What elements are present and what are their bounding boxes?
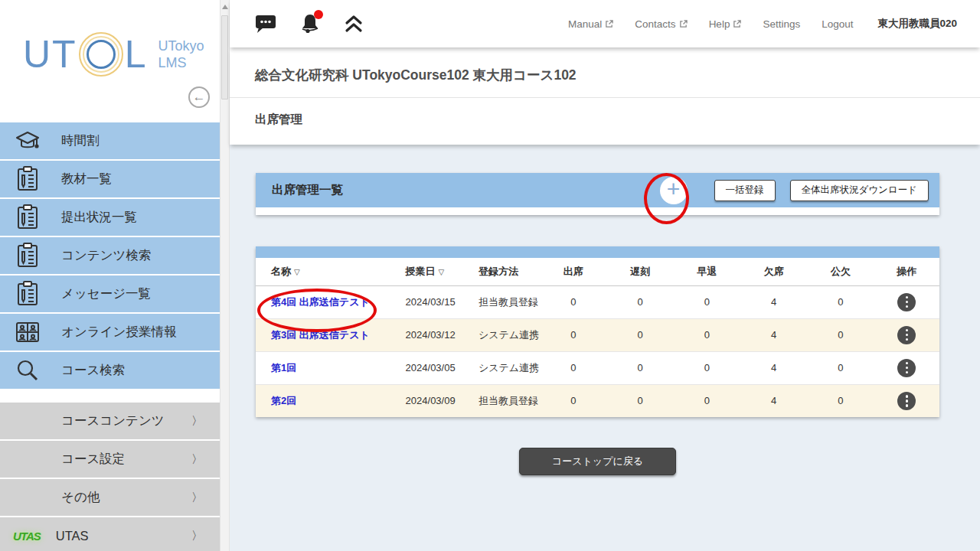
page-header: 総合文化研究科 UTokyoCourse102 東大用コース102 出席管理	[230, 47, 980, 145]
logo-o-ring-icon	[79, 32, 123, 77]
sort-descending-icon[interactable]: ▽	[294, 268, 300, 276]
logo-subtitle-line1: UTokyo	[158, 37, 204, 55]
chevron-right-icon: 〉	[191, 491, 203, 505]
download-all-attendance-button[interactable]: 全体出席状況ダウンロード	[790, 180, 929, 201]
logo-text-left: UT	[23, 32, 77, 77]
logo-subtitle: UTokyo LMS	[158, 37, 204, 72]
sidebar-item-timetable[interactable]: 時間割	[0, 122, 220, 159]
column-header-absent: 欠席	[740, 258, 807, 285]
attendance-record-link[interactable]: 第2回	[271, 395, 296, 406]
class-date: 2024/03/15	[394, 285, 467, 318]
app-window: UT L UTokyo LMS ← 時間割 教材一覧	[0, 0, 980, 551]
utol-logo: UT L UTokyo LMS	[23, 32, 204, 77]
bulk-register-button[interactable]: 一括登録	[714, 180, 776, 201]
excused-count: 0	[807, 318, 874, 351]
table-header-row: 名称▽ 授業日▽ 登録方法 出席 遅刻 早退 欠席 公欠 操作	[256, 258, 939, 285]
panel-title: 出席管理一覧	[272, 182, 343, 198]
external-link-icon	[733, 20, 741, 28]
sidebar-collapse-button[interactable]: ←	[188, 86, 210, 108]
nav-settings-link[interactable]: Settings	[763, 18, 800, 30]
top-bar: Manual Contacts Help Settings Logout 東	[230, 0, 980, 47]
notifications-bell-icon[interactable]	[299, 13, 321, 34]
sidebar-item-submissions[interactable]: 提出状況一覧	[0, 199, 220, 236]
attendance-record-link[interactable]: 第4回 出席送信テスト	[271, 296, 370, 308]
sidebar-item-label: 提出状況一覧	[61, 209, 137, 226]
course-title: 総合文化研究科 UTokyoCourse102 東大用コース102	[230, 47, 980, 98]
excused-count: 0	[807, 351, 874, 384]
row-actions-kebab-button[interactable]	[897, 326, 916, 344]
column-header-late: 遅刻	[607, 258, 674, 285]
present-count: 0	[540, 318, 606, 351]
attendance-record-link[interactable]: 第1回	[271, 362, 296, 373]
sidebar-group-others[interactable]: その他 〉	[0, 479, 220, 516]
sidebar-item-course-search[interactable]: コース検索	[0, 352, 220, 389]
logo-area: UT L UTokyo LMS ←	[0, 0, 220, 122]
early-leave-count: 0	[674, 285, 740, 318]
sidebar-group-label: コースコンテンツ	[61, 412, 165, 429]
early-leave-count: 0	[674, 351, 740, 384]
sidebar: UT L UTokyo LMS ← 時間割 教材一覧	[0, 0, 220, 551]
nav-label: Help	[709, 18, 730, 30]
sidebar-group-utas[interactable]: UTAS UTAS 〉	[0, 517, 220, 551]
register-method: システム連携	[467, 318, 540, 351]
back-to-course-top-button[interactable]: コーストップに戻る	[519, 448, 676, 475]
nav-help-link[interactable]: Help	[709, 18, 742, 30]
sidebar-group-label: UTAS	[56, 529, 89, 543]
table-row: 第4回 出席送信テスト 2024/03/15 担当教員登録 0 0 0 4 0	[256, 285, 939, 318]
attendance-table: 名称▽ 授業日▽ 登録方法 出席 遅刻 早退 欠席 公欠 操作	[256, 258, 939, 417]
nav-logout-link[interactable]: Logout	[822, 18, 853, 30]
absent-count: 4	[740, 384, 807, 417]
add-attendance-button[interactable]: +	[660, 177, 688, 204]
column-header-name[interactable]: 名称▽	[256, 258, 394, 285]
table-top-bar	[256, 246, 939, 258]
user-name: 東大用教職員020	[877, 17, 957, 31]
sidebar-group-course-contents[interactable]: コースコンテンツ 〉	[0, 403, 220, 439]
table-row: 第2回 2024/03/09 担当教員登録 0 0 0 4 0	[256, 384, 939, 417]
scrollbar-up-arrow-icon[interactable]	[222, 5, 228, 9]
register-method: 担当教員登録	[467, 384, 540, 417]
row-actions-kebab-button[interactable]	[897, 359, 916, 377]
nav-label: Logout	[822, 18, 853, 30]
column-header-method: 登録方法	[467, 258, 540, 285]
present-count: 0	[540, 351, 606, 384]
sidebar-item-label: コース検索	[61, 362, 125, 379]
early-leave-count: 0	[674, 318, 740, 351]
double-chevron-up-icon[interactable]	[344, 15, 364, 33]
sidebar-item-materials[interactable]: 教材一覧	[0, 161, 220, 197]
column-header-excused: 公欠	[807, 258, 874, 285]
register-method: システム連携	[467, 351, 540, 384]
attendance-panel-bar: 出席管理一覧 + 一括登録 全体出席状況ダウンロード	[256, 173, 939, 207]
nav-label: Settings	[763, 18, 800, 30]
absent-count: 4	[740, 285, 807, 318]
scrollbar-thumb[interactable]	[221, 15, 228, 99]
notification-badge-dot	[314, 10, 323, 19]
row-actions-kebab-button[interactable]	[897, 293, 916, 311]
row-actions-kebab-button[interactable]	[897, 392, 916, 410]
sidebar-group-course-settings[interactable]: コース設定 〉	[0, 441, 220, 478]
excused-count: 0	[807, 285, 874, 318]
clipboard-icon	[13, 279, 42, 308]
sidebar-item-label: オンライン授業情報	[61, 324, 176, 341]
back-arrow-icon: ←	[193, 90, 206, 105]
attendance-record-link[interactable]: 第3回 出席送信テスト	[271, 329, 370, 341]
sort-descending-icon[interactable]: ▽	[439, 268, 445, 276]
sidebar-item-label: コンテンツ検索	[61, 247, 151, 264]
nav-manual-link[interactable]: Manual	[568, 18, 613, 30]
class-date: 2024/03/09	[394, 384, 467, 417]
column-header-date[interactable]: 授業日▽	[394, 258, 467, 285]
messages-icon[interactable]	[255, 14, 276, 34]
nav-label: Contacts	[635, 18, 675, 30]
graduation-cap-icon	[13, 126, 42, 155]
nav-contacts-link[interactable]: Contacts	[635, 18, 687, 30]
early-leave-count: 0	[674, 384, 740, 417]
sidebar-item-content-search[interactable]: コンテンツ検索	[0, 237, 220, 274]
sidebar-item-online-class[interactable]: オンライン授業情報	[0, 314, 220, 350]
late-count: 0	[607, 384, 674, 417]
sidebar-scrollbar[interactable]	[220, 0, 230, 551]
clipboard-icon	[13, 241, 42, 270]
attendance-panel-header: 出席管理一覧 + 一括登録 全体出席状況ダウンロード	[256, 173, 939, 215]
sidebar-item-label: 時間割	[61, 132, 100, 149]
late-count: 0	[607, 351, 674, 384]
sidebar-item-messages[interactable]: メッセージ一覧	[0, 276, 220, 312]
panel-bottom-strip	[256, 207, 939, 215]
